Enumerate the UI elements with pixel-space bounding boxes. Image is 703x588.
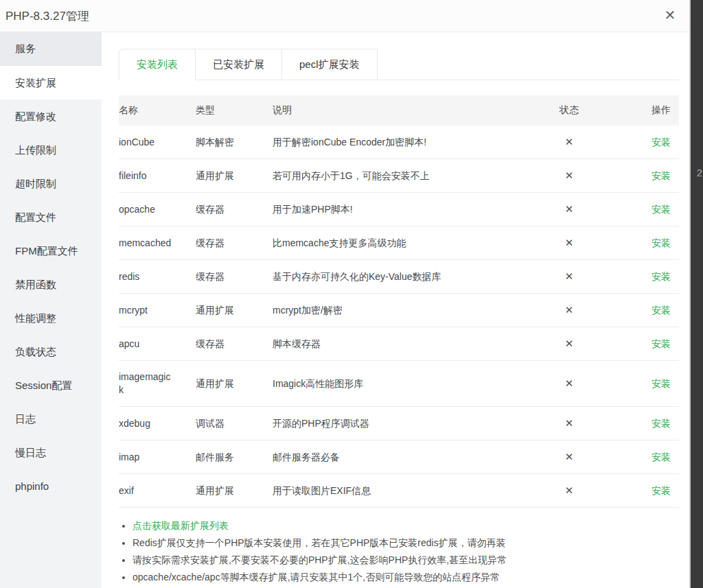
extension-type: 通用扩展 <box>196 474 273 508</box>
extension-name: xdebug <box>119 407 196 440</box>
dialog-header: PHP-8.3.27管理 ✕ <box>0 0 689 32</box>
install-link[interactable]: 安装 <box>652 271 671 282</box>
column-header-name: 名称 <box>119 95 196 126</box>
extension-desc: 开源的PHP程序调试器 <box>273 407 531 440</box>
notes-list: 点击获取最新扩展列表 Redis扩展仅支持一个PHP版本安装使用，若在其它PHP… <box>119 517 679 585</box>
status-cross-icon: ✕ <box>565 203 574 215</box>
install-link[interactable]: 安装 <box>652 418 671 429</box>
note-item: opcache/xcache/apc等脚本缓存扩展,请只安装其中1个,否则可能导… <box>132 569 679 585</box>
dialog-title: PHP-8.3.27管理 <box>5 8 89 24</box>
extension-desc: 邮件服务器必备 <box>273 440 531 474</box>
extension-desc: 用于加速PHP脚本! <box>273 193 531 226</box>
column-header-type: 类型 <box>196 95 273 126</box>
status-cross-icon: ✕ <box>565 417 574 429</box>
extension-type: 缓存器 <box>196 327 273 361</box>
install-link[interactable]: 安装 <box>652 170 671 181</box>
extension-name: imap <box>119 440 196 474</box>
table-row: fileinfo 通用扩展 若可用内存小于1G，可能会安装不上 ✕ 安装 <box>119 159 679 193</box>
extension-name: mcrypt <box>119 294 196 327</box>
extension-type: 缓存器 <box>196 226 273 260</box>
refresh-extension-list-link[interactable]: 点击获取最新扩展列表 <box>132 520 229 531</box>
table-header: 名称 类型 说明 状态 操作 <box>119 95 679 126</box>
status-cross-icon: ✕ <box>565 237 574 248</box>
sidebar-item[interactable]: 上传限制 <box>0 133 102 167</box>
status-cross-icon: ✕ <box>565 304 574 316</box>
sidebar: 服务安装扩展配置修改上传限制超时限制配置文件FPM配置文件禁用函数性能调整负载状… <box>0 32 102 588</box>
extension-desc: 用于读取图片EXIF信息 <box>273 474 531 508</box>
extension-desc: Imagick高性能图形库 <box>273 361 531 407</box>
sidebar-item[interactable]: 超时限制 <box>0 167 102 200</box>
column-header-desc: 说明 <box>273 95 531 126</box>
sidebar-item[interactable]: 慢日志 <box>0 436 102 469</box>
close-button[interactable]: ✕ <box>660 5 680 25</box>
extension-desc: 基于内存亦可持久化的Key-Value数据库 <box>273 260 531 294</box>
note-item: Redis扩展仅支持一个PHP版本安装使用，若在其它PHP版本已安装redis扩… <box>132 534 679 551</box>
extension-type: 调试器 <box>196 407 273 440</box>
extension-name: exif <box>119 474 196 508</box>
extension-type: 邮件服务 <box>196 440 273 474</box>
tab-bar: 安装列表已安装扩展pecl扩展安装 <box>119 49 679 80</box>
main-content: 安装列表已安装扩展pecl扩展安装 名称 类型 说明 状态 操作 <box>102 32 689 588</box>
extension-name: opcache <box>119 193 196 226</box>
table-row: ionCube 脚本解密 用于解密ionCube Encoder加密脚本! ✕ … <box>119 126 679 159</box>
note-item: 请按实际需求安装扩展,不要安装不必要的PHP扩展,这会影响PHP执行效率,甚至出… <box>132 552 679 568</box>
tab[interactable]: 已安装扩展 <box>195 49 282 80</box>
table-body: ionCube 脚本解密 用于解密ionCube Encoder加密脚本! ✕ … <box>119 126 679 508</box>
table-row: exif 通用扩展 用于读取图片EXIF信息 ✕ 安装 <box>119 474 679 508</box>
table-row: imagemagick 通用扩展 Imagick高性能图形库 ✕ 安装 <box>119 361 679 407</box>
status-cross-icon: ✕ <box>565 451 574 462</box>
sidebar-item[interactable]: 禁用函数 <box>0 268 102 301</box>
install-link[interactable]: 安装 <box>652 305 671 316</box>
extension-name: redis <box>119 260 196 294</box>
extension-table: 名称 类型 说明 状态 操作 ionCube 脚本解密 用于解密ionCube … <box>119 95 679 508</box>
column-header-status: 状态 <box>531 95 607 126</box>
extension-type: 通用扩展 <box>196 361 273 407</box>
sidebar-item[interactable]: 配置修改 <box>0 99 102 133</box>
install-link[interactable]: 安装 <box>652 204 671 215</box>
extension-desc: 用于解密ionCube Encoder加密脚本! <box>273 126 531 159</box>
extension-type: 通用扩展 <box>196 159 273 193</box>
table-row: mcrypt 通用扩展 mcrypt加密/解密 ✕ 安装 <box>119 294 679 327</box>
extension-name: fileinfo <box>119 159 196 193</box>
extension-name: memcached <box>119 226 196 260</box>
install-link[interactable]: 安装 <box>652 485 671 496</box>
install-link[interactable]: 安装 <box>652 451 671 462</box>
install-link[interactable]: 安装 <box>652 338 671 349</box>
status-cross-icon: ✕ <box>565 484 574 496</box>
dialog-body: 服务安装扩展配置修改上传限制超时限制配置文件FPM配置文件禁用函数性能调整负载状… <box>0 32 689 588</box>
note-refresh-list: 点击获取最新扩展列表 <box>132 517 679 534</box>
extension-name: apcu <box>119 327 196 361</box>
background-page-strip: 2 <box>689 0 703 588</box>
table-row: apcu 缓存器 脚本缓存器 ✕ 安装 <box>119 327 679 361</box>
php-manage-dialog: PHP-8.3.27管理 ✕ 服务安装扩展配置修改上传限制超时限制配置文件FPM… <box>0 0 689 588</box>
tab[interactable]: 安装列表 <box>119 49 196 80</box>
status-cross-icon: ✕ <box>565 338 574 349</box>
extension-name: imagemagick <box>119 361 196 407</box>
extension-desc: mcrypt加密/解密 <box>273 294 531 327</box>
sidebar-item[interactable]: FPM配置文件 <box>0 234 102 268</box>
table-row: redis 缓存器 基于内存亦可持久化的Key-Value数据库 ✕ 安装 <box>119 260 679 294</box>
sidebar-item[interactable]: 安装扩展 <box>0 66 102 99</box>
extension-type: 缓存器 <box>196 260 273 294</box>
extension-type: 通用扩展 <box>196 294 273 327</box>
tab[interactable]: pecl扩展安装 <box>281 49 378 80</box>
sidebar-item[interactable]: 日志 <box>0 402 102 436</box>
table-row: memcached 缓存器 比memcache支持更多高级功能 ✕ 安装 <box>119 226 679 260</box>
sidebar-item[interactable]: 负载状态 <box>0 335 102 368</box>
sidebar-item[interactable]: 配置文件 <box>0 200 102 234</box>
install-link[interactable]: 安装 <box>652 378 671 389</box>
sidebar-item[interactable]: 性能调整 <box>0 301 102 335</box>
extension-desc: 脚本缓存器 <box>273 327 531 361</box>
install-link[interactable]: 安装 <box>652 237 671 248</box>
status-cross-icon: ✕ <box>565 377 574 389</box>
sidebar-item[interactable]: phpinfo <box>0 469 102 503</box>
table-row: imap 邮件服务 邮件服务器必备 ✕ 安装 <box>119 440 679 474</box>
install-link[interactable]: 安装 <box>652 137 671 148</box>
close-icon: ✕ <box>665 8 676 23</box>
extension-name: ionCube <box>119 126 196 159</box>
extension-type: 脚本解密 <box>196 126 273 159</box>
sidebar-item[interactable]: 服务 <box>0 32 102 66</box>
table-row: opcache 缓存器 用于加速PHP脚本! ✕ 安装 <box>119 193 679 226</box>
sidebar-item[interactable]: Session配置 <box>0 368 102 402</box>
table-row: xdebug 调试器 开源的PHP程序调试器 ✕ 安装 <box>119 407 679 440</box>
